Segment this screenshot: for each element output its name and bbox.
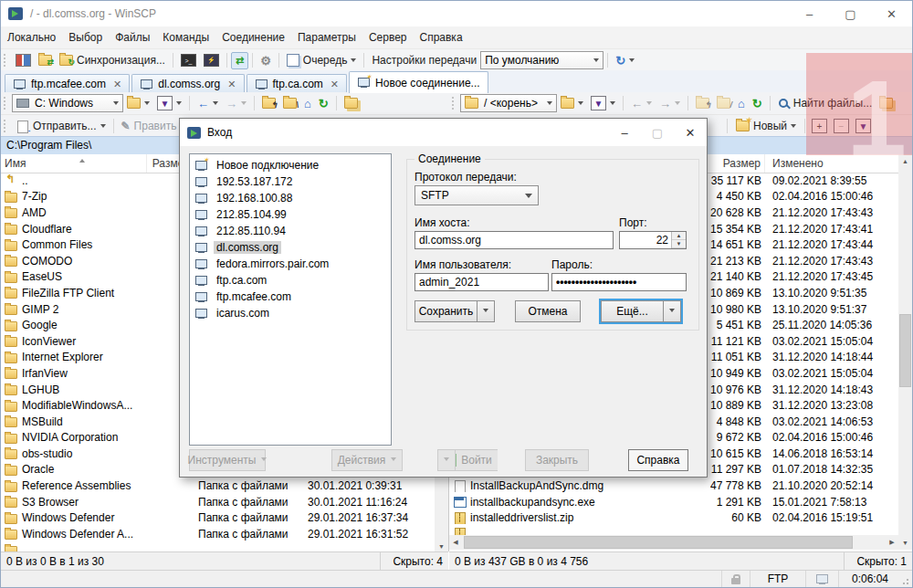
local-root-dir-button[interactable]: \ — [279, 96, 300, 110]
find-files-button[interactable]: Найти файлы... — [774, 95, 876, 111]
preferences-button[interactable]: ⚙ — [257, 52, 275, 69]
advanced-button[interactable]: Ещё... — [601, 300, 663, 322]
session-tab[interactable]: ✶ dl.comss.org ✕ — [131, 74, 244, 93]
save-button[interactable]: Сохранить — [415, 300, 477, 322]
port-down-icon[interactable]: ▼ — [672, 240, 686, 248]
session-list-item[interactable]: ✶ 192.168.100.88 — [190, 190, 391, 206]
remote-horizontal-scrollbar[interactable]: ◀ ▶ — [449, 535, 898, 550]
session-list-item[interactable]: ✶ 192.53.187.172 — [190, 173, 391, 190]
remote-col-modified[interactable]: Изменено — [765, 154, 900, 173]
session-list-item[interactable]: ✶ 212.85.104.99 — [190, 206, 391, 223]
tools-button[interactable]: Инструменты — [189, 449, 266, 471]
dialog-close-button[interactable]: ✕ — [674, 119, 707, 146]
remote-filter-button[interactable]: ▼ — [587, 94, 619, 112]
local-tree-button[interactable] — [341, 96, 362, 110]
local-parent-dir-button[interactable]: ↰ — [258, 96, 279, 110]
open-putty-button[interactable]: ⚡ — [200, 52, 223, 68]
sync-browsing-button[interactable]: ⇄ — [35, 53, 56, 68]
upload-button[interactable]: →Отправить... — [12, 118, 110, 134]
remote-col-size[interactable]: Размер — [708, 154, 765, 173]
select-filter-button[interactable]: ▼ — [855, 119, 871, 133]
session-list-item[interactable]: ✶ fedora.mirrors.pair.com — [190, 256, 391, 272]
edit-button[interactable]: ✎Править — [118, 118, 181, 134]
menu-item[interactable]: Выбор — [62, 28, 109, 47]
synchronize-button[interactable]: ↻Синхронизация... — [56, 52, 169, 68]
menu-item[interactable]: Справка — [413, 28, 468, 47]
login-dropdown-button[interactable] — [437, 449, 456, 471]
save-dropdown-button[interactable] — [477, 300, 495, 322]
menu-item[interactable]: Параметры — [291, 28, 362, 47]
remote-parent-dir-button[interactable]: ↰ — [692, 96, 713, 110]
local-drive-combo[interactable]: C: Windows — [12, 94, 123, 112]
remote-forward-button[interactable]: → — [656, 95, 684, 112]
host-input[interactable] — [415, 231, 614, 249]
open-terminal-button[interactable]: >_ — [177, 52, 200, 68]
minimize-button[interactable]: – — [789, 1, 830, 26]
port-stepper[interactable]: 22 ▲▼ — [619, 231, 687, 249]
queue-button[interactable]: Очередь — [283, 52, 361, 68]
tab-close-icon[interactable]: ✕ — [113, 79, 121, 90]
password-input[interactable] — [551, 273, 687, 291]
help-button[interactable]: Справка — [628, 449, 688, 471]
remote-file-row[interactable]: installbackupandsync.exe 1 291 KB 15.01.… — [449, 494, 900, 510]
close-button[interactable]: ✕ — [871, 1, 912, 26]
select-minus-button[interactable]: − — [834, 119, 849, 133]
maximize-button[interactable]: ▢ — [830, 1, 871, 26]
select-plus-button[interactable]: + — [812, 119, 827, 133]
session-list-item[interactable]: ✶ 212.85.110.94 — [190, 223, 391, 239]
advanced-dropdown-button[interactable] — [663, 300, 681, 322]
remote-back-button[interactable]: ← — [627, 95, 656, 112]
local-filter-button[interactable]: ▼ — [153, 94, 185, 112]
local-file-row[interactable]: S3 Browser Папка с файлами 30.01.2021 11… — [1, 494, 435, 510]
remote-refresh-button[interactable]: ↻ — [749, 95, 766, 112]
remote-file-row[interactable] — [449, 526, 900, 535]
commander-panels-button[interactable] — [12, 52, 35, 68]
session-list-item[interactable]: ✶ ftp.ca.com — [190, 272, 391, 289]
remote-home-button[interactable]: ⌂ — [734, 95, 749, 112]
local-file-row[interactable]: Windows Defender A... Папка с файлами 29… — [1, 526, 435, 542]
menu-item[interactable]: Соединение — [215, 28, 291, 47]
remote-open-dir-button[interactable] — [557, 96, 587, 110]
new-button[interactable]: ✶Новый — [732, 118, 800, 134]
refresh-session-button[interactable]: ↻ — [612, 52, 638, 69]
remote-tree-button[interactable] — [876, 96, 897, 110]
remote-root-dir-button[interactable]: / — [713, 96, 734, 110]
dialog-maximize-button[interactable]: ▢ — [641, 119, 674, 146]
session-list-item[interactable]: ✶ dl.comss.org — [190, 239, 391, 256]
session-list-item[interactable]: ✶ ftp.mcafee.com — [190, 289, 391, 305]
username-input[interactable] — [415, 273, 549, 291]
session-list-item[interactable]: ✶ icarus.com — [190, 305, 391, 321]
port-up-icon[interactable]: ▲ — [672, 232, 686, 240]
local-col-name[interactable]: Имя — [1, 154, 147, 173]
menu-item[interactable]: Файлы — [109, 28, 156, 47]
session-list-item[interactable]: ✶ Новое подключение — [190, 157, 391, 173]
remote-file-row[interactable]: InstallBackupAndSync.dmg 47 778 KB 21.10… — [449, 478, 900, 494]
transfer-preset-combo[interactable]: По умолчанию — [480, 51, 603, 69]
resize-grip[interactable] — [901, 571, 912, 587]
local-back-button[interactable]: ← — [194, 95, 222, 112]
tab-close-icon[interactable]: ✕ — [227, 79, 236, 90]
local-home-button[interactable]: ⌂ — [300, 95, 315, 112]
protocol-combo[interactable]: SFTP — [415, 185, 539, 205]
menu-item[interactable]: Сервер — [362, 28, 414, 47]
cancel-button[interactable]: Отмена — [515, 300, 581, 322]
session-tab[interactable]: ✶ ftp.mcafee.com ✕ — [5, 74, 130, 93]
local-file-row[interactable] — [1, 542, 435, 551]
remote-vertical-scrollbar[interactable]: ▲ ▼ — [898, 154, 912, 550]
dialog-minimize-button[interactable]: – — [608, 119, 641, 146]
local-forward-button[interactable]: → — [222, 95, 250, 112]
local-refresh-button[interactable]: ↻ — [315, 95, 332, 112]
session-tab[interactable]: ✶ Новое соединение... ✕ — [349, 71, 488, 93]
dialog-close-action-button[interactable]: Закрыть — [525, 449, 589, 471]
actions-button[interactable]: Действия — [331, 449, 403, 471]
transfer-mode-toggle[interactable]: ⇄ — [231, 52, 248, 69]
menu-item[interactable]: Локально — [1, 28, 62, 47]
remote-file-row[interactable]: installeddriverslist.zip 60 KB 02.04.201… — [449, 509, 900, 526]
local-file-row[interactable]: Reference Assemblies Папка с файлами 30.… — [1, 478, 435, 494]
menu-item[interactable]: Команды — [156, 28, 215, 47]
remote-dir-combo[interactable]: / <корень> — [460, 94, 557, 112]
local-open-dir-button[interactable] — [123, 96, 153, 110]
tab-close-icon[interactable]: ✕ — [331, 79, 339, 90]
session-tab[interactable]: ✶ ftp.ca.com ✕ — [247, 74, 348, 93]
local-file-row[interactable]: Windows Defender Папка с файлами 29.01.2… — [1, 509, 435, 526]
